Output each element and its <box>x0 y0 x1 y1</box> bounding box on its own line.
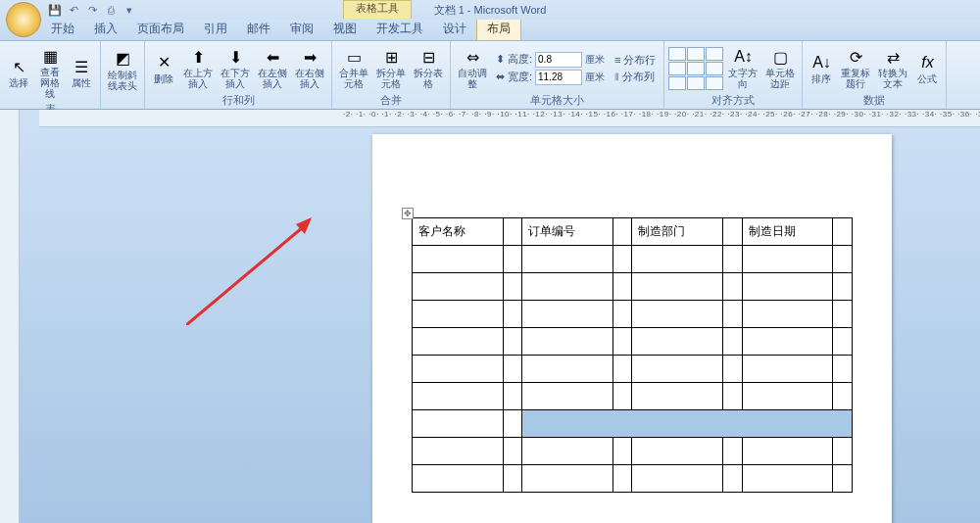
cursor-icon: ↖ <box>9 57 28 76</box>
distribute-rows-button[interactable]: ≡分布行 <box>614 53 656 68</box>
table-move-handle[interactable]: ✥ <box>402 208 414 219</box>
table-row <box>413 356 853 383</box>
ribbon-group-align: A↕文字方向 ▢单元格边距 对齐方式 <box>664 41 803 109</box>
align-tc[interactable] <box>687 47 705 61</box>
insert-right-button[interactable]: ➡在右侧插入 <box>292 45 327 91</box>
width-input[interactable] <box>535 70 582 85</box>
tab-review[interactable]: 审阅 <box>280 18 323 40</box>
tab-mailings[interactable]: 邮件 <box>237 18 280 40</box>
ribbon-group-cellsize: ⇔自动调整 ⬍高度:厘米 ⬌宽度:厘米 ≡分布行 ⦀分布列 单元格大小 <box>451 41 664 109</box>
text-dir-icon: A↕ <box>733 47 753 67</box>
delete-button[interactable]: ✕删除 <box>149 51 178 86</box>
formula-icon: fx <box>917 53 937 72</box>
alignment-grid <box>668 47 723 90</box>
tab-pagelayout[interactable]: 页面布局 <box>127 18 194 40</box>
office-button[interactable] <box>6 2 41 37</box>
ribbon-group-table: ↖选择 ▦查看网格线 ☰属性 表 <box>0 41 101 109</box>
table-row <box>413 465 853 493</box>
tab-layout[interactable]: 布局 <box>476 17 521 40</box>
table-cell[interactable] <box>722 218 742 246</box>
table-cell[interactable]: 制造部门 <box>632 218 723 246</box>
height-input[interactable] <box>535 52 582 68</box>
table-cell[interactable] <box>833 218 853 246</box>
sort-button[interactable]: A↓排序 <box>807 51 836 86</box>
titlebar: 💾 ↶ ↷ ⎙ ▾ 表格工具 文档 1 - Microsoft Word <box>0 0 980 20</box>
split-icon: ⊞ <box>381 47 401 67</box>
context-tab-tabletools: 表格工具 <box>343 0 412 19</box>
align-br[interactable] <box>706 76 723 90</box>
tab-view[interactable]: 视图 <box>323 18 367 40</box>
horizontal-ruler[interactable]: ·2· ·1· ·0· ·1· ·2· ·3· ·4· ·5· ·6· ·7· … <box>39 110 980 127</box>
convert-text-button[interactable]: ⇄转换为文本 <box>875 45 910 91</box>
vertical-ruler[interactable] <box>0 110 20 523</box>
table-row <box>413 301 853 328</box>
document-table[interactable]: 客户名称 订单编号 制造部门 制造日期 <box>412 217 853 493</box>
merge-cells-button[interactable]: ▭合并单元格 <box>336 45 371 91</box>
page[interactable]: ✥ 客户名称 订单编号 制造部门 制造日期 <box>372 134 892 523</box>
table-row <box>413 438 853 465</box>
align-mc[interactable] <box>687 62 705 75</box>
insert-above-button[interactable]: ⬆在上方插入 <box>180 45 216 91</box>
redo-icon[interactable]: ↷ <box>84 2 100 18</box>
align-bl[interactable] <box>668 76 686 90</box>
autofit-button[interactable]: ⇔自动调整 <box>455 45 490 91</box>
select-button[interactable]: ↖选择 <box>4 55 33 90</box>
insert-below-button[interactable]: ⬇在下方插入 <box>218 45 253 91</box>
ribbon-group-merge: ▭合并单元格 ⊞拆分单元格 ⊟拆分表格 合并 <box>332 41 451 109</box>
formula-button[interactable]: fx公式 <box>912 51 942 86</box>
width-icon: ⬌ <box>496 71 505 83</box>
tab-devtools[interactable]: 开发工具 <box>367 18 433 40</box>
quick-access-toolbar: 💾 ↶ ↷ ⎙ ▾ <box>47 2 137 18</box>
work-area: ·2· ·1· ·0· ·1· ·2· ·3· ·4· ·5· ·6· ·7· … <box>0 110 980 523</box>
ribbon: ↖选择 ▦查看网格线 ☰属性 表 ◩绘制斜线表头 ✕删除 ⬆在上方插入 ⬇在下方… <box>0 41 980 110</box>
tab-home[interactable]: 开始 <box>41 18 84 40</box>
table-cell-selected[interactable] <box>522 410 853 438</box>
diagonal-header-button[interactable]: ◩绘制斜线表头 <box>105 47 140 93</box>
repeat-header-button[interactable]: ⟳重复标题行 <box>838 45 873 91</box>
align-ml[interactable] <box>668 62 686 75</box>
table-cell[interactable]: 订单编号 <box>522 218 613 246</box>
margins-icon: ▢ <box>770 47 790 67</box>
table-cell[interactable] <box>612 218 632 246</box>
text-direction-button[interactable]: A↕文字方向 <box>725 45 760 91</box>
split-cells-button[interactable]: ⊞拆分单元格 <box>373 45 409 91</box>
dist-row-icon: ≡ <box>614 54 620 66</box>
align-tl[interactable] <box>668 47 686 61</box>
tab-insert[interactable]: 插入 <box>84 18 127 40</box>
table-row: 客户名称 订单编号 制造部门 制造日期 <box>413 218 853 246</box>
table-cell[interactable]: 客户名称 <box>413 218 504 246</box>
table-cell[interactable] <box>503 218 522 246</box>
ribbon-group-rowscols: ✕删除 ⬆在上方插入 ⬇在下方插入 ⬅在左侧插入 ➡在右侧插入 行和列 <box>145 41 332 109</box>
properties-button[interactable]: ☰属性 <box>67 55 96 90</box>
insert-right-icon: ➡ <box>300 47 319 67</box>
grid-icon: ▦ <box>40 46 60 66</box>
sort-icon: A↓ <box>811 53 831 72</box>
delete-icon: ✕ <box>154 53 173 72</box>
table-row <box>413 328 853 356</box>
align-mr[interactable] <box>706 62 723 75</box>
ribbon-group-data: A↓排序 ⟳重复标题行 ⇄转换为文本 fx公式 数据 <box>803 41 947 109</box>
insert-above-icon: ⬆ <box>188 47 208 67</box>
gridlines-button[interactable]: ▦查看网格线 <box>35 44 65 101</box>
insert-below-icon: ⬇ <box>225 47 245 67</box>
align-tr[interactable] <box>706 47 723 61</box>
repeat-icon: ⟳ <box>846 47 865 67</box>
save-icon[interactable]: 💾 <box>47 2 63 18</box>
cell-margins-button[interactable]: ▢单元格边距 <box>762 45 798 91</box>
autofit-icon: ⇔ <box>463 47 482 67</box>
tab-design[interactable]: 设计 <box>433 18 476 40</box>
distribute-cols-button[interactable]: ⦀分布列 <box>614 70 656 84</box>
split-table-icon: ⊟ <box>418 47 438 67</box>
print-icon[interactable]: ⎙ <box>103 2 119 18</box>
align-bc[interactable] <box>687 76 705 90</box>
insert-left-icon: ⬅ <box>263 47 282 67</box>
dist-col-icon: ⦀ <box>614 71 619 83</box>
table-cell[interactable]: 制造日期 <box>742 218 833 246</box>
insert-left-button[interactable]: ⬅在左侧插入 <box>255 45 290 91</box>
tab-references[interactable]: 引用 <box>194 18 237 40</box>
split-table-button[interactable]: ⊟拆分表格 <box>411 45 446 91</box>
document-area[interactable]: ·2· ·1· ·0· ·1· ·2· ·3· ·4· ·5· ·6· ·7· … <box>20 110 980 523</box>
undo-icon[interactable]: ↶ <box>66 2 81 18</box>
preview-icon[interactable]: ▾ <box>122 2 137 18</box>
properties-icon: ☰ <box>72 57 91 76</box>
